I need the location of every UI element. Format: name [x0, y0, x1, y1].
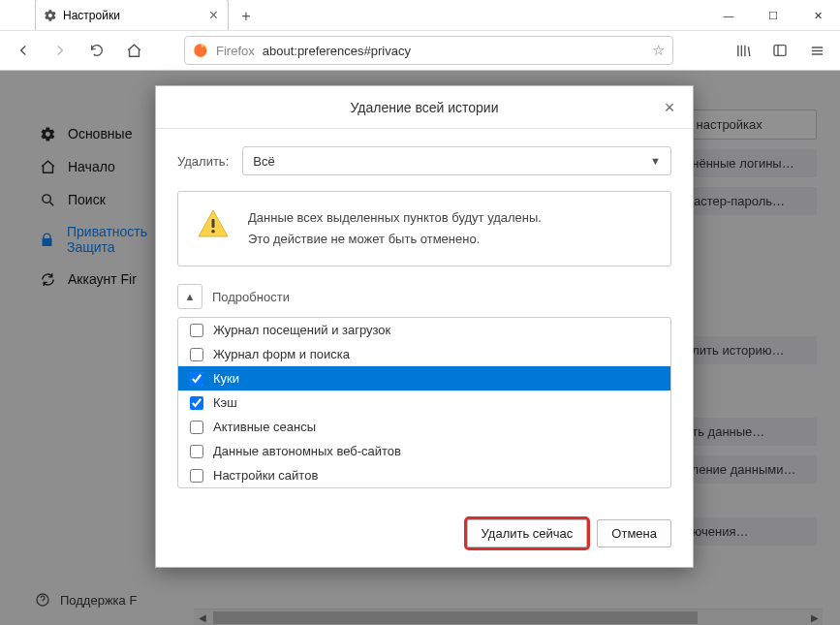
time-range-label: Удалить:	[177, 154, 229, 169]
check-item[interactable]: Журнал форм и поиска	[178, 342, 670, 366]
window-controls: — ☐ ✕	[706, 0, 840, 30]
address-bar[interactable]: Firefox about:preferences#privacy ☆	[184, 36, 673, 65]
check-item-checkbox[interactable]	[190, 372, 203, 386]
bookmark-star-icon[interactable]: ☆	[652, 42, 665, 59]
clear-history-dialog: Удаление всей истории × Удалить: Всё ▼ Д…	[155, 85, 694, 568]
check-item-label: Настройки сайтов	[213, 468, 318, 483]
time-range-select[interactable]: Всё ▼	[242, 146, 671, 175]
warning-line-2: Это действие не может быть отменено.	[248, 229, 542, 250]
check-item-checkbox[interactable]	[190, 469, 203, 483]
check-item[interactable]: Кэш	[178, 391, 670, 415]
check-item[interactable]: Данные автономных веб-сайтов	[178, 439, 670, 463]
library-button[interactable]	[728, 35, 759, 66]
check-item-label: Журнал форм и поиска	[213, 347, 350, 361]
clear-now-button[interactable]: Удалить сейчас	[467, 519, 588, 547]
check-item-label: Кэш	[213, 395, 237, 410]
dialog-footer: Удалить сейчас Отмена	[156, 506, 693, 567]
warning-text: Данные всех выделенных пунктов будут уда…	[248, 207, 542, 250]
svg-point-5	[211, 230, 215, 234]
dialog-body: Удалить: Всё ▼ Данные всех выделенных пу…	[156, 129, 693, 506]
app-menu-button[interactable]	[801, 35, 832, 66]
check-item[interactable]: Настройки сайтов	[178, 463, 670, 487]
check-item-label: Журнал посещений и загрузок	[213, 323, 390, 337]
check-item[interactable]: Куки	[178, 366, 670, 391]
tab-strip: Настройки × +	[0, 0, 706, 30]
window-titlebar: Настройки × + — ☐ ✕	[0, 0, 840, 31]
sidebar-toggle-button[interactable]	[764, 35, 795, 66]
time-range-row: Удалить: Всё ▼	[177, 146, 671, 175]
dialog-close-button[interactable]: ×	[656, 94, 683, 121]
window-close-button[interactable]: ✕	[795, 0, 840, 31]
check-item[interactable]: Активные сеансы	[178, 415, 670, 439]
check-item-label: Данные автономных веб-сайтов	[213, 444, 401, 458]
home-button[interactable]	[118, 35, 149, 66]
dialog-header: Удаление всей истории ×	[156, 86, 693, 129]
forward-button[interactable]	[45, 35, 76, 66]
time-range-value: Всё	[253, 154, 274, 169]
warning-box: Данные всех выделенных пунктов будут уда…	[177, 191, 671, 266]
check-item-checkbox[interactable]	[190, 396, 203, 410]
warning-icon	[196, 207, 231, 242]
url-text: about:preferences#privacy	[263, 44, 411, 58]
chevron-down-icon: ▼	[650, 155, 661, 167]
check-item-checkbox[interactable]	[190, 445, 203, 458]
browser-toolbar: Firefox about:preferences#privacy ☆	[0, 31, 840, 71]
check-item-label: Куки	[213, 371, 239, 386]
details-label: Подробности	[212, 290, 290, 304]
chevron-up-icon[interactable]: ▲	[177, 284, 202, 309]
check-item-checkbox[interactable]	[190, 324, 203, 337]
svg-rect-1	[774, 46, 786, 56]
gear-icon	[44, 9, 57, 22]
new-tab-button[interactable]: +	[233, 3, 260, 30]
check-item-checkbox[interactable]	[190, 348, 203, 361]
details-header[interactable]: ▲ Подробности	[177, 284, 671, 309]
url-brand-label: Firefox	[216, 44, 255, 58]
check-item-checkbox[interactable]	[190, 421, 203, 434]
back-button[interactable]	[8, 35, 39, 66]
tab-title: Настройки	[63, 9, 120, 22]
tab-close-icon[interactable]: ×	[209, 7, 218, 24]
dialog-title: Удаление всей истории	[350, 100, 498, 115]
reload-button[interactable]	[81, 35, 112, 66]
window-maximize-button[interactable]: ☐	[751, 0, 795, 31]
browser-tab[interactable]: Настройки ×	[35, 0, 229, 30]
warning-line-1: Данные всех выделенных пунктов будут уда…	[248, 207, 542, 229]
svg-rect-4	[212, 219, 215, 228]
details-checklist: Журнал посещений и загрузокЖурнал форм и…	[177, 317, 671, 488]
cancel-button[interactable]: Отмена	[597, 519, 671, 547]
window-minimize-button[interactable]: —	[706, 0, 751, 31]
firefox-icon	[193, 43, 208, 58]
check-item[interactable]: Журнал посещений и загрузок	[178, 318, 670, 342]
check-item-label: Активные сеансы	[213, 420, 316, 434]
